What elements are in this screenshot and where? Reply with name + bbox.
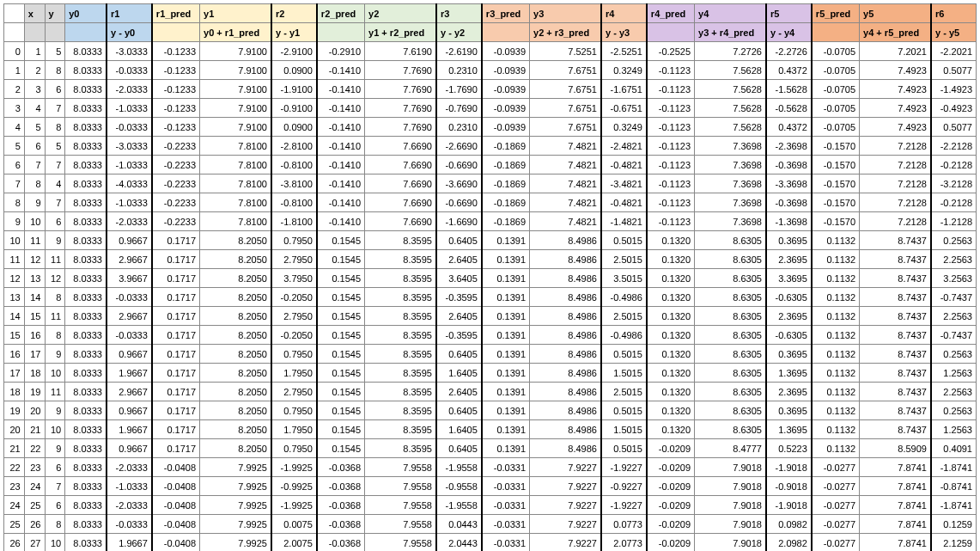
cell-y2: 8.3595 [365, 307, 436, 326]
cell-y0: 8.0333 [65, 515, 107, 534]
cell-y1: 7.9100 [200, 118, 271, 137]
cell-y0: 8.0333 [65, 231, 107, 250]
col-y: y [45, 4, 65, 23]
cell-y: 11 [45, 307, 65, 326]
cell-r3_pred: -0.0939 [482, 118, 530, 137]
cell-x: 23 [24, 458, 45, 477]
cell-r5: 0.3695 [766, 345, 812, 364]
cell-y4: 8.6305 [695, 269, 766, 288]
cell-y5: 7.4923 [860, 80, 931, 99]
cell-x: 19 [24, 383, 45, 401]
sub-r5: y - y4 [766, 23, 812, 42]
cell-r2_pred: -0.1410 [317, 80, 365, 99]
cell-r4_pred: -0.1123 [647, 212, 695, 231]
cell-y2: 8.3595 [365, 250, 436, 269]
cell-r5_pred: -0.0705 [812, 80, 860, 99]
cell-y3: 7.9227 [530, 515, 601, 534]
cell-x: 11 [24, 231, 45, 250]
cell-y4: 7.3698 [695, 212, 766, 231]
cell-r3: -0.9558 [436, 477, 482, 496]
table-row: 242568.0333-2.0333-0.04087.9925-1.9925-0… [4, 496, 977, 515]
cell-r4_pred: -0.1123 [647, 80, 695, 99]
cell-r4_pred: 0.1320 [647, 383, 695, 401]
cell-r1: -2.0333 [107, 80, 152, 99]
cell-r2: 2.7950 [271, 383, 317, 401]
cell-idx: 21 [4, 439, 25, 458]
cell-r4: 3.5015 [601, 269, 647, 288]
cell-x: 14 [24, 288, 45, 307]
cell-r1_pred: -0.2233 [152, 193, 200, 212]
cell-r3_pred: -0.0331 [482, 534, 530, 552]
cell-y4: 8.4777 [695, 439, 766, 458]
cell-y5: 7.2128 [860, 137, 931, 156]
cell-r2_pred: 0.1545 [317, 345, 365, 364]
cell-x: 6 [24, 137, 45, 156]
cell-y: 8 [45, 288, 65, 307]
cell-idx: 12 [4, 269, 25, 288]
cell-r1_pred: 0.1717 [152, 439, 200, 458]
cell-r5: 2.3695 [766, 383, 812, 401]
cell-y1: 8.2050 [200, 345, 271, 364]
cell-r4_pred: -0.0209 [647, 534, 695, 552]
cell-r2: 2.7950 [271, 307, 317, 326]
cell-y0: 8.0333 [65, 307, 107, 326]
cell-y4: 7.5628 [695, 99, 766, 118]
cell-r2_pred: 0.1545 [317, 401, 365, 420]
cell-r2_pred: -0.0368 [317, 515, 365, 534]
cell-r5_pred: -0.1570 [812, 212, 860, 231]
cell-y5: 7.8741 [860, 496, 931, 515]
cell-r1: 1.9667 [107, 534, 152, 552]
cell-r4_pred: 0.1320 [647, 307, 695, 326]
cell-r5_pred: -0.0705 [812, 118, 860, 137]
cell-r2_pred: 0.1545 [317, 269, 365, 288]
cell-r1: -0.0333 [107, 326, 152, 345]
cell-y: 6 [45, 212, 65, 231]
cell-r5_pred: 0.1132 [812, 364, 860, 383]
cell-r3: 0.2310 [436, 61, 482, 80]
cell-y3: 7.6751 [530, 99, 601, 118]
cell-y3: 8.4986 [530, 439, 601, 458]
cell-idx: 8 [4, 193, 25, 212]
cell-r1: -3.0333 [107, 137, 152, 156]
sub-r6: y - y5 [931, 23, 977, 42]
cell-y: 7 [45, 193, 65, 212]
cell-r2_pred: -0.1410 [317, 212, 365, 231]
cell-y1: 8.2050 [200, 269, 271, 288]
cell-r2: 3.7950 [271, 269, 317, 288]
cell-r6: -1.8741 [931, 458, 977, 477]
cell-y1: 8.2050 [200, 420, 271, 439]
cell-r5_pred: -0.1570 [812, 156, 860, 174]
cell-r3_pred: 0.1391 [482, 439, 530, 458]
cell-r3_pred: 0.1391 [482, 401, 530, 420]
cell-y0: 8.0333 [65, 458, 107, 477]
cell-r5: 0.3695 [766, 231, 812, 250]
cell-r6: 0.5077 [931, 61, 977, 80]
cell-y2: 7.7690 [365, 61, 436, 80]
cell-r1: -1.0333 [107, 193, 152, 212]
cell-r2_pred: 0.1545 [317, 364, 365, 383]
cell-x: 12 [24, 250, 45, 269]
cell-r2: -0.8100 [271, 193, 317, 212]
cell-r5_pred: 0.1132 [812, 401, 860, 420]
cell-y0: 8.0333 [65, 477, 107, 496]
cell-r1: 2.9667 [107, 307, 152, 326]
cell-x: 18 [24, 364, 45, 383]
cell-y: 6 [45, 458, 65, 477]
table-row: 2368.0333-2.0333-0.12337.9100-1.9100-0.1… [4, 80, 977, 99]
cell-r6: -0.8741 [931, 477, 977, 496]
cell-r4: 0.3249 [601, 61, 647, 80]
cell-y1: 7.9925 [200, 534, 271, 552]
table-row: 1213128.03333.96670.17178.20503.79500.15… [4, 269, 977, 288]
cell-y: 9 [45, 345, 65, 364]
table-row: 232478.0333-1.0333-0.04087.9925-0.9925-0… [4, 477, 977, 496]
cell-r1: -3.0333 [107, 42, 152, 61]
cell-y4: 8.6305 [695, 307, 766, 326]
cell-y1: 8.2050 [200, 439, 271, 458]
cell-r4_pred: 0.1320 [647, 345, 695, 364]
cell-r5: 2.3695 [766, 307, 812, 326]
cell-x: 13 [24, 269, 45, 288]
table-row: 1819118.03332.96670.17178.20502.79500.15… [4, 383, 977, 401]
cell-r4: 1.5015 [601, 364, 647, 383]
cell-r2: 0.7950 [271, 401, 317, 420]
cell-y3: 7.4821 [530, 137, 601, 156]
